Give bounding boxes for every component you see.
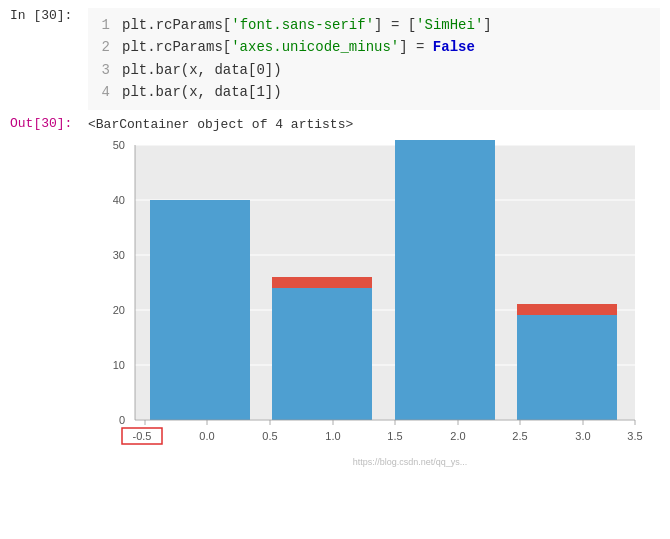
output-label: Out[30]:	[10, 116, 80, 131]
svg-text:1.0: 1.0	[325, 430, 340, 442]
plt-1: plt	[122, 17, 147, 33]
line-num-4: 4	[98, 81, 110, 103]
cell-input: In [30]: 1 plt.rcParams['font.sans-serif…	[10, 8, 660, 110]
svg-text:40: 40	[113, 194, 125, 206]
bar-2-red	[272, 277, 372, 288]
output-label-text: Out[30]:	[10, 116, 72, 131]
cell-output: Out[30]: <BarContainer object of 4 artis…	[10, 116, 660, 132]
bar-4-red	[517, 304, 617, 315]
cell-input-label: In [30]:	[10, 8, 80, 23]
line-num-2: 2	[98, 36, 110, 58]
svg-text:0.5: 0.5	[262, 430, 277, 442]
svg-text:https://blog.csdn.net/qq_ys...: https://blog.csdn.net/qq_ys...	[353, 457, 468, 467]
code-text-1: plt.rcParams['font.sans-serif'] = ['SimH…	[122, 14, 492, 36]
svg-text:30: 30	[113, 249, 125, 261]
chart-area: 0 10 20 30 40 50	[90, 140, 650, 480]
svg-text:1.5: 1.5	[387, 430, 402, 442]
svg-text:3.0: 3.0	[575, 430, 590, 442]
chart-svg: 0 10 20 30 40 50	[90, 140, 650, 480]
bar-4-blue	[517, 315, 617, 420]
svg-text:20: 20	[113, 304, 125, 316]
bar-2-blue	[272, 288, 372, 420]
bar-1-blue	[150, 200, 250, 420]
svg-text:-0.5: -0.5	[133, 430, 152, 442]
svg-text:50: 50	[113, 140, 125, 151]
code-line-2: 2 plt.rcParams['axes.unicode_minus'] = F…	[98, 36, 650, 58]
code-line-1: 1 plt.rcParams['font.sans-serif'] = ['Si…	[98, 14, 650, 36]
code-text-4: plt.bar(x, data[1])	[122, 81, 282, 103]
svg-text:2.5: 2.5	[512, 430, 527, 442]
code-block: 1 plt.rcParams['font.sans-serif'] = ['Si…	[88, 8, 660, 110]
of-text: of	[252, 117, 268, 132]
line-num-3: 3	[98, 59, 110, 81]
input-label-text: In [30]:	[10, 8, 72, 23]
svg-text:0: 0	[119, 414, 125, 426]
output-text: <BarContainer object of 4 artists>	[88, 116, 353, 132]
code-line-3: 3 plt.bar(x, data[0])	[98, 59, 650, 81]
notebook-cell: In [30]: 1 plt.rcParams['font.sans-serif…	[0, 0, 670, 494]
code-line-4: 4 plt.bar(x, data[1])	[98, 81, 650, 103]
chart-wrapper: 0 10 20 30 40 50	[90, 140, 650, 480]
svg-text:2.0: 2.0	[450, 430, 465, 442]
svg-text:0.0: 0.0	[199, 430, 214, 442]
line-num-1: 1	[98, 14, 110, 36]
svg-text:3.5: 3.5	[627, 430, 642, 442]
code-text-2: plt.rcParams['axes.unicode_minus'] = Fal…	[122, 36, 475, 58]
code-text-3: plt.bar(x, data[0])	[122, 59, 282, 81]
svg-text:10: 10	[113, 359, 125, 371]
bar-3-blue	[395, 140, 495, 420]
